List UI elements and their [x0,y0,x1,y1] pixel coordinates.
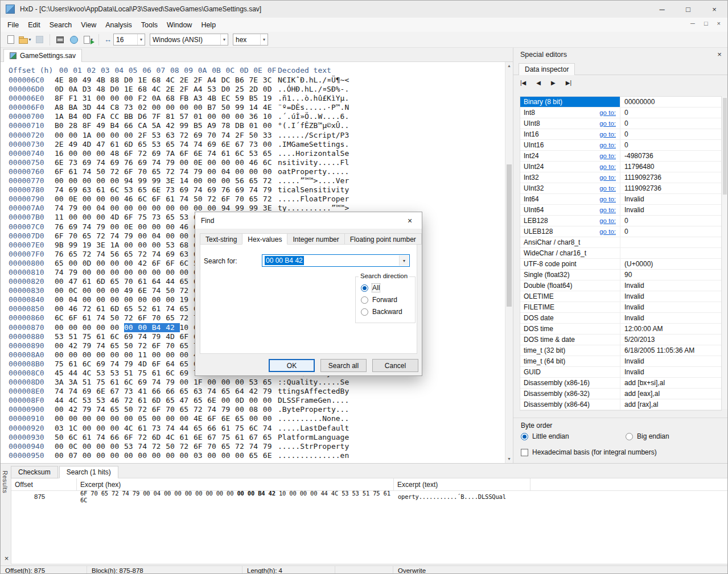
hex-byte[interactable]: 1E [124,85,138,94]
hex-byte[interactable]: 6E [221,414,235,423]
hex-byte[interactable]: 44 [68,369,82,378]
hex-byte[interactable]: 79 [124,360,138,369]
hex-byte[interactable]: 6F [152,341,166,350]
hex-byte[interactable]: 00 [110,222,124,232]
hex-byte[interactable]: 68 [166,94,179,103]
hex-byte[interactable]: 5A [152,121,166,130]
inspector-row[interactable]: Int24go to:-4980736 [520,151,721,162]
hex-byte[interactable]: 00 [235,112,249,121]
hex-byte[interactable]: CC [110,112,124,121]
hex-byte[interactable]: 68 [138,85,151,94]
hex-byte[interactable]: 51 [83,378,96,387]
hex-decoded-text[interactable]: ..........None.. [278,414,349,423]
hex-byte[interactable]: 0D [83,112,96,121]
hex-byte[interactable]: 08 [249,405,262,414]
hex-byte[interactable]: 47 [96,140,110,149]
hex-byte[interactable]: 0D [83,259,96,268]
hex-byte[interactable]: A9 [207,121,221,130]
hex-byte[interactable]: 00 [83,213,96,222]
hex-decoded-text[interactable]: .ByteProperty... [278,405,349,414]
hex-byte[interactable]: 00 [96,414,110,423]
hex-byte[interactable]: 00 [55,195,68,204]
hex-byte[interactable]: 46 [249,158,262,167]
web-button[interactable] [67,33,81,47]
hex-byte[interactable]: 6E [221,140,235,149]
hex-byte[interactable]: 2E [166,85,179,94]
hex-byte[interactable]: B4 [110,121,124,130]
hex-byte[interactable]: 70 [68,232,82,241]
hex-byte[interactable]: 00 [152,204,166,213]
hex-byte[interactable]: 49 [83,76,96,85]
hex-byte[interactable]: 00 [138,323,151,332]
hex-byte[interactable]: 2E [180,76,194,85]
results-col-excerpt-text[interactable]: Excerpt (text) [394,478,530,490]
hex-byte[interactable]: 00 [221,112,235,121]
hex-byte[interactable]: 73 [249,140,262,149]
hex-byte[interactable]: 72 [194,405,207,414]
hex-byte[interactable]: 74 [166,424,179,433]
hex-byte[interactable]: 00 [96,94,110,103]
hex-byte[interactable]: 57 [180,112,194,121]
hex-byte[interactable]: 00 [124,451,138,460]
goto-link[interactable]: go to: [599,196,616,203]
hex-byte[interactable]: 33 [263,131,277,140]
chevron-down-icon[interactable]: ▾ [399,255,409,266]
hex-byte[interactable]: 00 [138,295,151,304]
hex-byte[interactable]: 4C [124,424,138,433]
nav-first-button[interactable]: |◀ [520,80,526,86]
hex-byte[interactable]: 00 [68,149,82,158]
hex-byte[interactable]: 7F [152,112,166,121]
goto-link[interactable]: go to: [599,217,616,224]
hex-byte[interactable]: 00 [152,222,166,232]
hex-byte[interactable]: 74 [263,424,277,433]
hex-byte[interactable]: 6E [96,387,110,396]
goto-link[interactable]: go to: [599,228,616,235]
byte-order-little-endian[interactable]: Little endian [521,432,626,440]
hex-byte[interactable]: 01 [194,112,207,121]
hex-byte[interactable]: 00 [96,213,110,222]
hex-byte[interactable]: 6F [124,213,138,222]
hex-byte[interactable]: 79 [68,204,82,213]
hex-byte[interactable]: 14 [249,103,262,112]
hex-byte[interactable]: 42 [68,405,82,414]
hex-byte[interactable]: 65 [83,232,96,241]
close-icon[interactable]: × [715,49,724,59]
hex-byte[interactable]: 00 [221,451,235,460]
hex-byte[interactable]: 44 [166,277,179,286]
hex-byte[interactable]: F2 [138,94,151,103]
hex-byte[interactable]: 00 [110,295,124,304]
hex-byte[interactable]: 70 [235,195,249,204]
hex-byte[interactable]: 05 [138,414,151,423]
hex-byte[interactable]: 49 [96,121,110,130]
hex-byte[interactable]: 4D [110,213,124,222]
hex-byte[interactable]: 00 [83,204,96,213]
hex-byte[interactable]: 1A [83,131,96,140]
hex-byte[interactable]: 00 [263,414,277,423]
hex-byte[interactable]: 50 [249,131,262,140]
menu-item-view[interactable]: View [76,19,101,31]
hex-byte[interactable]: 74 [110,360,124,369]
hex-byte[interactable]: 36 [249,112,262,121]
hex-byte[interactable]: 53 [166,241,179,250]
hex-byte[interactable]: 00 [110,286,124,295]
hex-byte[interactable]: 0D [263,85,277,94]
hex-byte[interactable]: 00 [110,323,124,332]
hex-byte[interactable]: 14 [180,176,194,185]
direction-forward[interactable]: Forward [361,296,402,304]
hex-byte[interactable]: 6F [152,360,166,369]
hex-byte[interactable]: 00 [110,268,124,277]
hex-byte[interactable]: 00 [96,131,110,140]
hex-byte[interactable]: 1E [138,76,151,85]
hex-byte[interactable]: 74 [110,232,124,241]
hex-byte[interactable]: 00 [124,350,138,360]
hex-byte[interactable]: 72 [83,250,96,259]
hex-byte[interactable]: 65 [263,149,277,158]
hex-byte[interactable]: 94 [124,176,138,185]
hex-byte[interactable]: 00 [249,396,262,405]
hex-byte[interactable]: 00 [207,451,221,460]
hex-decoded-text[interactable]: ¨º=DÈs.....·P™.N [278,103,349,112]
inspector-scrollbar[interactable] [722,97,727,409]
hex-byte[interactable]: 46 [68,304,82,313]
hex-byte[interactable]: 00 [180,451,194,460]
hex-byte[interactable]: 10 [263,112,277,121]
